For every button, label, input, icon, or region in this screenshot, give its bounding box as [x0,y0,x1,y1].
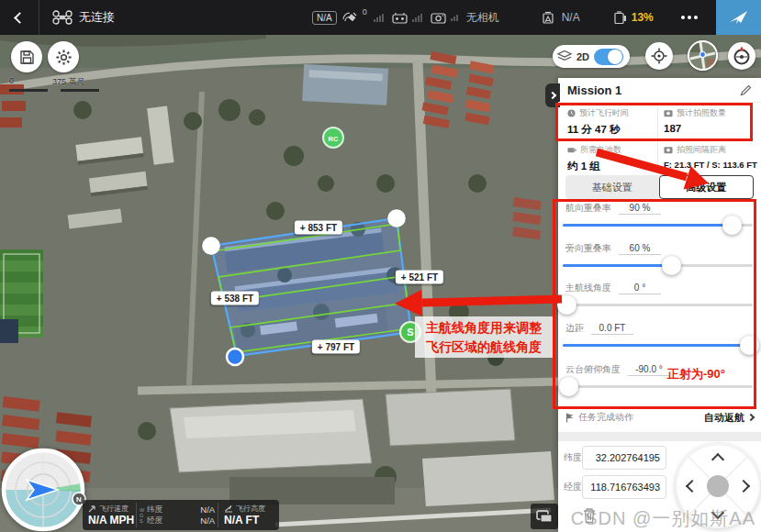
svg-text:N: N [76,495,82,504]
compass-mode-button[interactable] [728,42,755,70]
rc-battery-icon [613,11,627,25]
edge-length-label: + 797 FT [312,340,360,354]
app-screen: S RC + 853 FT + 521 FT + 538 FT + 797 FT… [0,0,761,532]
aircraft-battery-value[interactable]: N/A [562,11,580,24]
tab-advanced-settings[interactable]: 高级设置 [659,175,755,199]
annotation-note: 主航线角度用来调整 飞行区域的航线角度 [415,316,553,358]
vertex-handle[interactable] [387,209,406,227]
vertex-handle[interactable] [202,237,220,255]
position-nudge-dpad[interactable] [676,444,760,528]
camera-view-toggle-button[interactable] [531,504,558,529]
rc-position-marker: RC [323,127,343,148]
stat-photo-interval: 拍照间隔距离 F: 21.3 FT / S: 113.6 FT [664,144,759,170]
vertex-handle-selected[interactable] [227,349,243,365]
locate-button[interactable] [645,42,673,70]
back-button[interactable] [0,0,39,35]
slider-value-field[interactable]: 0 ° [619,283,661,294]
chevron-right-icon [549,92,556,99]
stat-flight-time: 预计飞行时间 11 分 47 秒 [567,107,663,137]
longitude-input[interactable]: 118.716763493 [582,475,666,499]
speed-arrow-icon [88,504,96,513]
dpad-center-button[interactable] [707,475,729,497]
slider-thumb[interactable] [722,216,742,235]
latitude-input[interactable]: 32.202764195 [582,446,666,470]
latitude-label: 纬度 [564,451,582,464]
side-overlap-slider[interactable] [563,264,753,267]
map-mode-toggle[interactable]: 2D [553,45,630,68]
edit-icon[interactable] [740,84,752,96]
slider-thumb[interactable] [557,295,576,315]
svg-text:RC: RC [329,135,339,143]
altitude-readout: 飞行高度 N/A FT [218,500,277,530]
tab-basic-settings[interactable]: 基础设置 [565,175,659,199]
slider-thumb[interactable] [740,336,759,355]
takeoff-button[interactable] [716,0,761,35]
minimap-button[interactable] [688,40,718,71]
camera-status-label: 无相机 [466,10,499,26]
slider-row-margin: 边距0.0 FT [558,320,761,360]
2d-toggle-switch[interactable] [594,49,623,65]
slider-thumb[interactable] [662,256,681,275]
forward-overlap-slider[interactable] [563,224,753,227]
aircraft-status[interactable]: 无连接 [52,9,115,26]
slider-value-field[interactable]: 90 % [619,203,661,215]
top-status-bar: 无连接 N/A 0 无相机 [0,0,761,35]
clock-icon [567,109,576,117]
flight-compass[interactable]: N [0,444,87,532]
mission-title: Mission 1 [567,83,740,97]
scale-distance-label: 375 英尺 [52,76,85,88]
map-scale-bar: 0375 英尺 [9,76,99,92]
slider-value-field[interactable]: -90.0 ° [628,364,670,376]
mission-settings-button[interactable] [48,41,79,72]
slider-value-field[interactable]: 0.0 FT [591,323,633,335]
aircraft-battery-icon [542,11,557,25]
slider-row-side-overlap: 旁向重叠率60 % [558,240,761,281]
crosshair-icon [651,48,667,64]
settings-tabs: 基础设置 高级设置 [565,175,754,199]
slider-label: 航向重叠率 [565,202,611,215]
camera-signal-bars [451,15,458,21]
gps-mode-badge[interactable]: N/A [312,11,337,25]
delete-vertex-icon[interactable] [582,506,597,524]
more-options-button[interactable] [666,0,713,35]
back-chevron-icon [14,12,26,24]
map-mode-label: 2D [576,51,589,62]
mission-panel: Mission 1 预计飞行时间 11 分 47 秒 预计拍照数量 187 所需… [558,78,761,532]
finish-action-row[interactable]: 任务完成动作 自动返航 [558,406,761,428]
slider-label: 旁向重叠率 [565,242,611,255]
satellite-icon [341,10,358,25]
slider-value-field[interactable]: 60 % [619,243,661,255]
flag-icon [565,413,575,423]
stat-batteries-needed: 所需电池数 约 1 组 [567,144,663,173]
finish-action-value: 自动返航 [704,411,744,425]
altitude-icon [224,504,233,513]
gimbal-pitch-slider[interactable] [563,385,753,388]
edge-length-label: + 521 FT [396,271,443,284]
route-angle-slider[interactable] [563,304,753,306]
stat-photo-count: 预计拍照数量 187 [664,107,759,134]
interval-icon [664,146,673,154]
battery-icon [567,146,576,154]
airplane-icon [728,8,750,27]
speed-readout: 飞行速度 N/A MPH [83,500,136,530]
layers-icon [557,50,572,62]
margin-slider[interactable] [563,344,753,347]
satellite-signal-bars [374,14,384,22]
edge-length-label: + 538 FT [211,292,259,305]
svg-text:S: S [407,327,413,338]
divider [39,0,39,35]
slider-label: 云台俯仰角度 [565,363,621,376]
status-icons-cluster: N/A 0 无相机 [312,0,654,35]
wgs-label: WGS [140,507,144,524]
rc-battery-percent[interactable]: 13% [632,11,654,24]
slider-row-forward-overlap: 航向重叠率90 % [558,200,761,240]
slider-label: 主航线角度 [565,282,611,294]
chevron-right-icon [747,414,755,421]
finish-action-label: 任务完成动作 [578,411,704,424]
slider-thumb[interactable] [559,377,578,396]
minimap-thumbnail [688,40,718,71]
telemetry-bar: 飞行速度 N/A MPH WGS 纬度N/A 经度N/A 飞行高度 N/A FT [83,500,279,530]
photo-count-icon [664,109,673,117]
save-mission-button[interactable] [11,41,42,72]
rc-signal-bars [412,14,422,22]
